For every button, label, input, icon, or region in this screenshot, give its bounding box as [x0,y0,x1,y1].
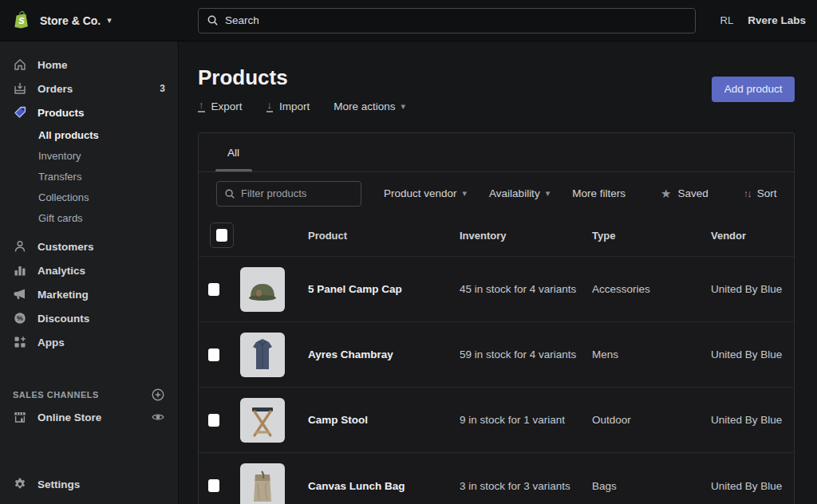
sidebar-item-orders[interactable]: Orders 3 [0,77,178,100]
product-inventory: 9 in stock for 1 variant [460,414,592,426]
customers-icon [13,239,27,254]
megaphone-icon [13,287,27,301]
row-checkbox[interactable] [208,479,219,492]
eye-icon[interactable] [151,410,165,424]
sidebar-item-home[interactable]: Home [0,53,178,77]
search-icon [224,188,235,199]
filter-toolbar: Product vendor ▾ Availability ▾ More fil… [199,172,794,215]
tabs-row: All [199,133,794,172]
user-menu[interactable]: RL Rvere Labs [696,14,817,26]
global-search[interactable] [198,8,696,33]
export-button[interactable]: ↑ Export [198,100,243,112]
sidebar: Home Orders 3 Products All products Inve… [0,41,179,504]
row-checkbox[interactable] [208,283,219,296]
table-row[interactable]: Ayres Chambray 59 in stock for 4 variant… [199,322,794,388]
sidebar-item-products[interactable]: Products [0,100,178,124]
product-name[interactable]: 5 Panel Camp Cap [308,283,460,295]
saved-filters-button[interactable]: ★ Saved [661,187,708,201]
more-filters-button[interactable]: More filters [572,187,626,199]
chevron-down-icon: ▾ [401,101,406,112]
product-type: Bags [592,480,711,492]
shopify-logo-icon: S [13,10,32,31]
filter-products-field[interactable] [216,181,361,207]
apps-grid-icon [13,335,27,349]
sidebar-item-label: Apps [37,337,65,348]
sidebar-subitem-all-products[interactable]: All products [0,124,178,145]
sidebar-item-discounts[interactable]: % Discounts [0,306,178,330]
table-row[interactable]: Camp Stool 9 in stock for 1 variant Outd… [199,388,794,453]
more-actions-button[interactable]: More actions ▾ [334,100,405,112]
saved-label: Saved [677,187,708,199]
product-inventory: 45 in stock for 4 variants [460,283,592,295]
more-filters-label: More filters [572,187,626,199]
availability-filter[interactable]: Availability ▾ [489,187,550,199]
column-header-product: Product [308,230,460,242]
chambray-shirt-image [240,333,285,377]
sidebar-subitem-gift-cards[interactable]: Gift cards [0,207,178,228]
select-all-checkbox[interactable] [210,222,234,248]
product-name[interactable]: Canvas Lunch Bag [308,480,460,492]
product-vendor: United By Blue [711,283,794,295]
sidebar-item-label: Settings [37,478,80,490]
sidebar-item-settings[interactable]: Settings [0,472,178,496]
sidebar-item-analytics[interactable]: Analytics [0,258,178,282]
discount-badge-icon: % [13,311,27,325]
product-type: Mens [592,348,711,360]
analytics-icon [13,263,27,278]
export-label: Export [211,100,243,112]
column-header-inventory: Inventory [460,230,592,242]
sidebar-item-online-store[interactable]: Online Store [0,405,178,429]
sidebar-subitem-inventory[interactable]: Inventory [0,145,178,166]
sidebar-item-marketing[interactable]: Marketing [0,282,178,306]
row-checkbox[interactable] [208,414,219,427]
avatar: RL [720,14,734,26]
product-vendor: United By Blue [711,480,794,492]
orders-icon [13,81,27,96]
product-thumbnail[interactable] [240,463,285,504]
search-icon [207,14,219,26]
sidebar-item-label: Products [37,107,85,119]
product-vendor: United By Blue [711,348,794,360]
product-inventory: 3 in stock for 3 variants [460,480,592,492]
export-icon: ↑ [198,100,205,112]
tab-active-underline [215,169,252,171]
canvas-bag-image [240,463,285,504]
add-product-button[interactable]: Add product [712,77,795,102]
product-vendor-filter[interactable]: Product vendor ▾ [384,187,467,199]
sidebar-subitem-transfers[interactable]: Transfers [0,166,178,187]
table-row[interactable]: 5 Panel Camp Cap 45 in stock for 4 varia… [199,257,794,322]
sort-label: Sort [757,187,777,199]
sidebar-item-customers[interactable]: Customers [0,234,178,258]
search-input[interactable] [225,14,656,26]
add-channel-icon[interactable] [151,388,165,402]
product-thumbnail[interactable] [240,398,285,443]
import-label: Import [279,100,310,112]
sidebar-item-label: Online Store [37,411,101,423]
table-row[interactable]: Canvas Lunch Bag 3 in stock for 3 varian… [199,453,794,504]
row-checkbox[interactable] [208,348,219,361]
checkbox[interactable] [216,229,227,242]
product-vendor-label: Product vendor [384,187,457,199]
sort-arrows-icon: ↑↓ [744,187,751,199]
sidebar-item-label: Marketing [37,289,89,301]
sidebar-item-apps[interactable]: Apps [0,330,178,354]
page-title: Products [198,65,712,89]
product-name[interactable]: Camp Stool [308,414,460,426]
import-button[interactable]: ↓ Import [266,100,310,112]
sidebar-subitem-collections[interactable]: Collections [0,187,178,207]
product-thumbnail[interactable] [240,333,285,377]
import-icon: ↓ [266,100,274,112]
product-type: Outdoor [592,414,711,426]
column-header-type: Type [592,230,711,242]
availability-label: Availability [489,187,540,199]
tab-all[interactable]: All [227,133,239,171]
products-card: All Product vendor ▾ Availability [198,132,795,504]
sort-button[interactable]: ↑↓ Sort [744,187,777,199]
product-thumbnail[interactable] [240,267,285,312]
product-vendor: United By Blue [711,414,794,426]
product-name[interactable]: Ayres Chambray [308,348,460,360]
store-switcher[interactable]: S Store & Co. ▾ [0,10,179,31]
sales-channels-header: SALES CHANNELS [0,384,178,405]
sales-channels-title: SALES CHANNELS [13,390,99,400]
filter-products-input[interactable] [241,187,345,199]
